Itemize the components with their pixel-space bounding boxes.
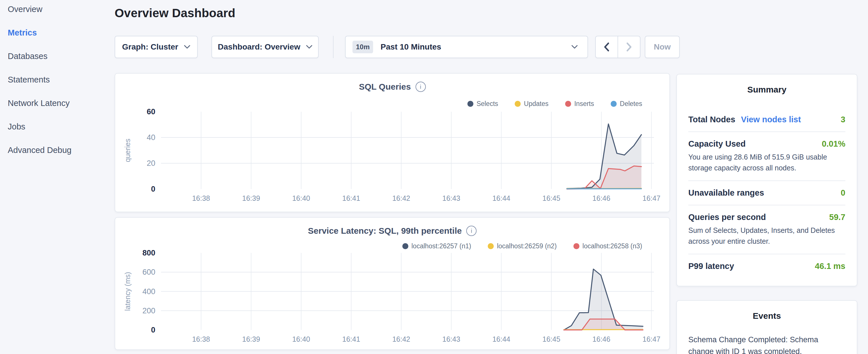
svg-text:16:42: 16:42 — [392, 335, 410, 343]
time-range-label: Past 10 Minutes — [380, 42, 441, 52]
sidebar-item-overview[interactable]: Overview — [8, 4, 42, 14]
sql-queries-chart[interactable]: 16:3816:3916:4016:4116:4216:4316:4416:45… — [115, 74, 671, 213]
y-axis-unit-label: latency (ms) — [124, 272, 131, 311]
sidebar-item-advanced-debug[interactable]: Advanced Debug — [8, 145, 72, 155]
svg-text:16:47: 16:47 — [643, 194, 660, 202]
summary-row-total-nodes: Total Nodes View nodes list 3 — [688, 108, 845, 131]
svg-text:16:43: 16:43 — [442, 335, 461, 343]
time-range-selector[interactable]: 10m Past 10 Minutes — [345, 36, 588, 58]
summary-label: Total Nodes — [688, 115, 735, 124]
summary-description: You are using 28.6 MiB of 515.9 GiB usab… — [688, 152, 845, 173]
sidebar-item-network-latency[interactable]: Network Latency — [8, 98, 70, 108]
event-item: Schema Change Completed: Schema change w… — [688, 334, 845, 354]
view-nodes-list-link[interactable]: View nodes list — [741, 115, 801, 124]
sql-queries-chart-panel: SQL Queries i SelectsUpdatesInsertsDelet… — [115, 73, 670, 212]
svg-text:16:47: 16:47 — [643, 335, 660, 343]
svg-text:16:39: 16:39 — [242, 194, 260, 202]
svg-text:20: 20 — [147, 159, 155, 167]
svg-text:16:46: 16:46 — [592, 335, 610, 343]
dashboard-dropdown[interactable]: Dashboard: Overview — [212, 36, 319, 58]
svg-text:60: 60 — [147, 107, 155, 116]
summary-value: 0 — [841, 188, 845, 198]
time-range-badge: 10m — [352, 41, 373, 53]
chevron-down-icon — [306, 45, 312, 49]
svg-text:16:42: 16:42 — [392, 194, 410, 202]
chevron-right-icon — [625, 41, 633, 53]
y-axis-unit-label: queries — [124, 139, 131, 162]
summary-row-capacity-used: Capacity Used 0.01% You are using 28.6 M… — [688, 131, 845, 181]
sidebar-item-statements[interactable]: Statements — [8, 74, 50, 85]
svg-text:16:38: 16:38 — [192, 335, 210, 343]
svg-text:16:45: 16:45 — [542, 335, 560, 343]
svg-text:16:40: 16:40 — [292, 194, 310, 202]
previous-time-window-button[interactable] — [596, 36, 618, 58]
overview-dashboard-page: { "sidebar": { "items": [ { "label": "Ov… — [0, 0, 868, 354]
summary-row-p99-latency: P99 latency 46.1 ms — [688, 254, 845, 278]
svg-text:16:44: 16:44 — [492, 194, 510, 202]
svg-text:0: 0 — [151, 326, 155, 334]
summary-label: Unavailable ranges — [688, 188, 764, 198]
svg-text:200: 200 — [143, 307, 155, 315]
summary-panel: Summary Total Nodes View nodes list 3 Ca… — [676, 74, 858, 286]
svg-text:16:44: 16:44 — [492, 335, 510, 343]
summary-value: 3 — [841, 115, 845, 124]
chevron-down-icon — [571, 45, 578, 49]
svg-text:16:39: 16:39 — [242, 335, 260, 343]
svg-text:40: 40 — [147, 133, 155, 142]
events-panel: Events Schema Change Completed: Schema c… — [676, 300, 858, 354]
chevron-down-icon — [184, 45, 190, 49]
svg-text:800: 800 — [143, 249, 155, 257]
summary-label: Capacity Used — [688, 139, 746, 149]
now-button[interactable]: Now — [645, 36, 680, 58]
summary-description: Sum of Selects, Updates, Inserts, and De… — [688, 225, 845, 247]
summary-label: P99 latency — [688, 261, 734, 271]
summary-row-queries-per-second: Queries per second 59.7 Sum of Selects, … — [688, 205, 845, 254]
page-title: Overview Dashboard — [115, 6, 235, 20]
svg-text:16:40: 16:40 — [292, 335, 310, 343]
svg-text:400: 400 — [143, 287, 155, 296]
time-step-buttons — [595, 36, 641, 58]
svg-text:16:46: 16:46 — [592, 194, 610, 202]
sidebar-item-metrics[interactable]: Metrics — [8, 28, 37, 38]
svg-text:16:41: 16:41 — [342, 335, 360, 343]
summary-label: Queries per second — [688, 213, 766, 222]
summary-value: 0.01% — [822, 139, 845, 149]
graph-dropdown-label: Graph: Cluster — [122, 42, 178, 52]
summary-value: 46.1 ms — [815, 261, 845, 271]
dashboard-dropdown-label: Dashboard: Overview — [218, 42, 300, 52]
summary-row-unavailable-ranges: Unavailable ranges 0 — [688, 181, 845, 205]
next-time-window-button[interactable] — [618, 36, 640, 58]
graph-dropdown[interactable]: Graph: Cluster — [115, 36, 198, 58]
series-fills — [564, 269, 643, 330]
chevron-left-icon — [602, 41, 611, 53]
svg-text:16:45: 16:45 — [542, 194, 560, 202]
sidebar-item-jobs[interactable]: Jobs — [8, 122, 25, 132]
summary-title: Summary — [688, 85, 845, 95]
toolbar-divider — [333, 36, 334, 58]
svg-text:16:41: 16:41 — [342, 194, 360, 202]
svg-text:0: 0 — [151, 185, 155, 193]
service-latency-chart-panel: Service Latency: SQL, 99th percentile i … — [115, 217, 670, 350]
summary-value: 59.7 — [829, 213, 845, 222]
gridlines — [161, 112, 654, 189]
svg-text:16:43: 16:43 — [442, 194, 461, 202]
svg-text:16:38: 16:38 — [192, 194, 210, 202]
svg-text:600: 600 — [143, 268, 155, 277]
service-latency-chart[interactable]: 16:3816:3916:4016:4116:4216:4316:4416:45… — [115, 218, 671, 351]
event-text: Schema Change Completed: Schema change w… — [688, 334, 845, 354]
sidebar-item-databases[interactable]: Databases — [8, 51, 48, 61]
events-title: Events — [688, 311, 845, 321]
